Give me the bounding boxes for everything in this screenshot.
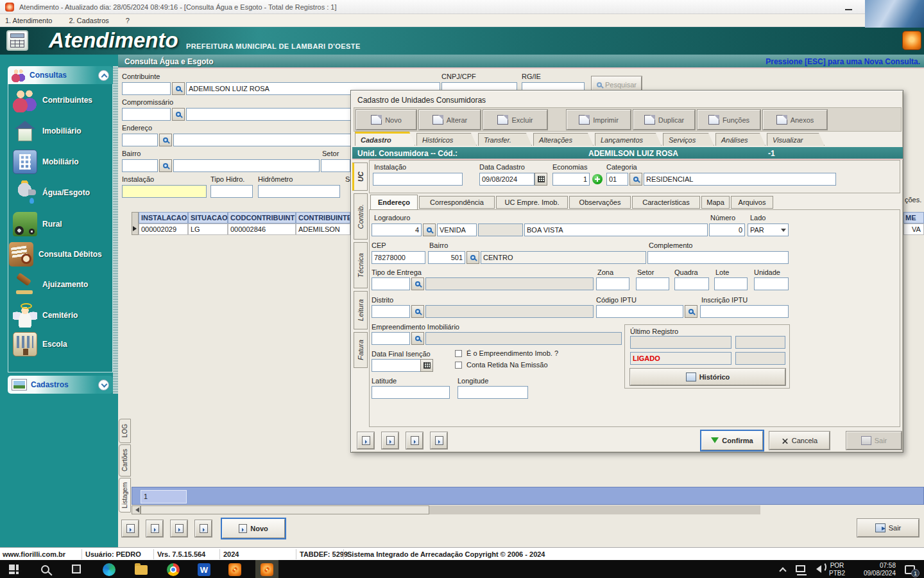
side-tab-fatura[interactable]: Fatura [354, 332, 368, 368]
confirma-button[interactable]: Confirma [701, 431, 763, 450]
check-conta-retida[interactable] [455, 362, 462, 369]
tab-alteracoes[interactable]: Alterações [533, 133, 594, 146]
menu-cadastros[interactable]: 2. Cadastros [69, 17, 108, 24]
distrito-desc-input[interactable] [425, 305, 594, 318]
compromissario-search-button[interactable] [172, 108, 185, 121]
sidebar-item-ajuizamento[interactable]: Ajuizamento [9, 270, 112, 299]
zona-input[interactable] [596, 277, 629, 290]
scroll-left-icon[interactable] [132, 505, 141, 514]
record-next-button[interactable] [171, 520, 187, 537]
lote-input[interactable] [714, 277, 748, 290]
cell-instalacao[interactable]: 000002029 [139, 223, 188, 235]
lado-select[interactable]: PAR [748, 223, 789, 236]
quadra-input[interactable] [674, 277, 709, 290]
notification-icon[interactable]: 1 [905, 563, 915, 574]
sidebar-item-agua-esgoto[interactable]: Água/Esgoto [9, 178, 112, 207]
hidrometro-input[interactable] [258, 185, 340, 198]
toolbar-anexos-button[interactable]: Anexos [763, 110, 827, 130]
logradouro-code-input[interactable]: 4 [372, 223, 422, 236]
word-icon[interactable]: W [198, 563, 210, 576]
menu-atendimento[interactable]: 1. Atendimento [5, 17, 52, 24]
bairro-input[interactable] [173, 159, 320, 172]
empreendimento-input[interactable] [372, 332, 410, 345]
task-view-icon[interactable] [72, 565, 81, 574]
scroll-thumb[interactable] [141, 505, 429, 514]
sair-button-main[interactable]: Sair [857, 519, 919, 537]
tab-listagem[interactable]: Listagem [119, 478, 131, 512]
start-button[interactable] [9, 565, 19, 574]
contribuinte-code-input[interactable] [122, 82, 171, 95]
side-tab-uc[interactable]: UC [352, 162, 368, 191]
longitude-input[interactable] [458, 386, 528, 399]
distrito-input[interactable] [372, 305, 410, 318]
side-tab-tecnica[interactable]: Técnica [354, 242, 368, 288]
subtab-correspondencia[interactable]: Correspondência [419, 196, 495, 209]
record-prev-button[interactable] [146, 520, 163, 537]
logradouro-nome-input[interactable]: BOA VISTA [524, 223, 708, 236]
sidebar-item-contribuintes[interactable]: Contribuintes [9, 85, 112, 115]
subtab-mapa[interactable]: Mapa [701, 196, 730, 209]
dlg-bairro-code-input[interactable]: 501 [428, 251, 465, 264]
novo-button-main[interactable]: Novo [222, 519, 285, 538]
expand-chevron-down-icon[interactable] [98, 380, 109, 390]
cell-contribuinte[interactable]: ADEMILSON LU [296, 223, 350, 235]
unidade-input[interactable] [754, 277, 789, 290]
subtab-arquivos[interactable]: Arquivos [731, 196, 773, 209]
bairro-code-input[interactable] [122, 159, 158, 172]
endereco-search-button[interactable] [159, 134, 172, 146]
compromissario-code-input[interactable] [122, 108, 171, 121]
clock[interactable]: 07:58 09/08/2024 [848, 562, 896, 577]
cancela-button[interactable]: Cancela [769, 432, 830, 450]
tray-chevron-up-icon[interactable] [780, 565, 785, 574]
tab-transfer[interactable]: Transfer. [478, 133, 532, 146]
dlg-instalacao-input[interactable] [373, 173, 463, 186]
dlg-setor-input[interactable] [636, 277, 669, 290]
language-indicator[interactable]: POR PTB2 [829, 562, 845, 577]
tab-lancamentos[interactable]: Lançamentos [595, 133, 662, 146]
toolbar-novo-button[interactable]: Novo [356, 110, 416, 130]
tipo-hidro-input[interactable] [210, 185, 253, 198]
data-cadastro-calendar-button[interactable] [535, 173, 547, 186]
tab-visualizar[interactable]: Visualizar [767, 133, 825, 146]
h-scrollbar[interactable] [132, 505, 760, 514]
toolbar-imprimir-button[interactable]: Imprimir [567, 110, 631, 130]
sidebar-scrollbar[interactable] [113, 66, 118, 394]
economias-input[interactable]: 1 [552, 173, 590, 186]
sidebar-item-escola[interactable]: Escola [9, 329, 112, 359]
codigo-iptu-input[interactable] [596, 305, 683, 318]
subtab-endereco[interactable]: Endereço [370, 195, 418, 210]
tab-servicos[interactable]: Serviços [663, 133, 714, 146]
toolbar-duplicar-button[interactable]: Duplicar [633, 110, 695, 130]
dlg-bairro-nome-input[interactable]: CENTRO [481, 251, 646, 264]
instalacao-input[interactable] [122, 185, 207, 198]
inscricao-iptu-input[interactable] [700, 305, 789, 318]
minimize-button[interactable] [838, 0, 859, 14]
edge-icon[interactable] [103, 563, 116, 576]
tab-cadastro[interactable]: Cadastro [355, 132, 415, 146]
sidebar-item-imobiliario[interactable]: Imobiliário [9, 116, 112, 146]
sidebar-item-rural[interactable]: Rural [9, 209, 112, 239]
contribuinte-search-button[interactable] [172, 82, 185, 95]
cell-situacao[interactable]: LG [188, 223, 228, 235]
data-final-calendar-button[interactable] [420, 359, 433, 372]
data-cadastro-input[interactable]: 09/08/2024 [479, 173, 535, 186]
col-header-situacao[interactable]: SITUACAO [188, 212, 228, 223]
tipo-entrega-input[interactable] [372, 277, 410, 290]
tab-analises[interactable]: Análises [715, 133, 766, 146]
side-tab-leitura[interactable]: Leitura [354, 291, 368, 329]
pager-tab[interactable]: 1 [141, 490, 187, 504]
sidebar-item-cemiterio[interactable]: Cemitério [9, 301, 112, 330]
check-empreendimento[interactable] [455, 350, 462, 357]
setor-input[interactable] [321, 159, 350, 172]
sidebar-group-cadastros[interactable]: Cadastros [8, 376, 113, 394]
subtab-observacoes[interactable]: Observações [569, 196, 631, 209]
dlg-record-prev-button[interactable] [382, 432, 398, 449]
tab-cartoes[interactable]: Cartões [119, 444, 131, 477]
collapse-chevron-up-icon[interactable] [98, 70, 109, 81]
side-tab-contrib[interactable]: Contrib. [354, 193, 368, 240]
empreendimento-desc-input[interactable] [425, 332, 622, 345]
distrito-search-button[interactable] [411, 305, 424, 318]
cep-input[interactable]: 78278000 [372, 251, 425, 264]
latitude-input[interactable] [372, 386, 450, 399]
menu-help[interactable]: ? [126, 17, 130, 24]
